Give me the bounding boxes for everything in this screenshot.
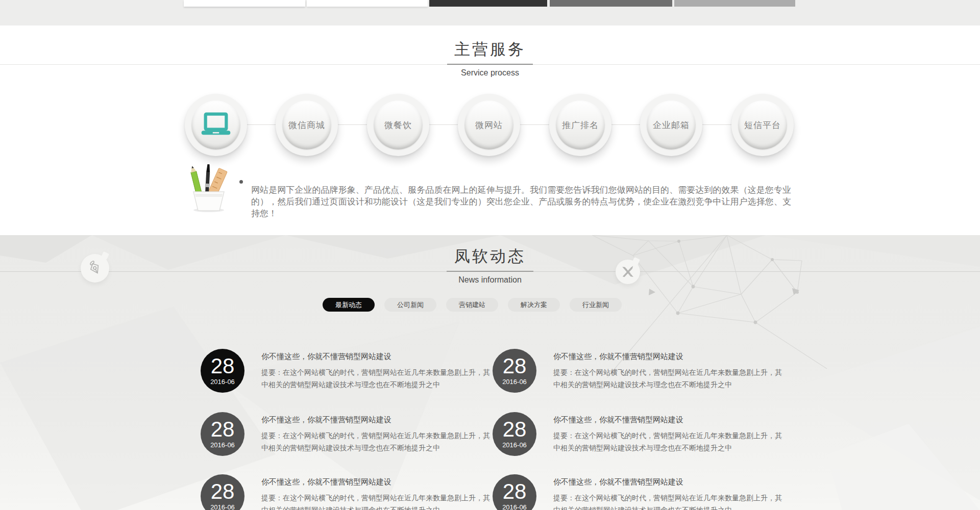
news-item[interactable]: 28 2016-06 你不懂这些，你就不懂营销型网站建设 提要：在这个网站横飞的… xyxy=(201,412,486,468)
news-item[interactable]: 28 2016-06 你不懂这些，你就不懂营销型网站建设 提要：在这个网站横飞的… xyxy=(493,412,778,468)
news-item-summary: 提要：在这个网站横飞的时代，营销型网站在近几年来数量急剧上升，其中相关的营销型网… xyxy=(261,366,492,391)
carousel-strip xyxy=(0,0,980,26)
service-circle-website[interactable] xyxy=(185,94,247,156)
carousel-segment-1[interactable] xyxy=(184,0,305,7)
service-circle-sms-platform[interactable]: 短信平台 xyxy=(731,94,794,156)
news-item-summary: 提要：在这个网站横飞的时代，营销型网站在近几年来数量急剧上升，其中相关的营销型网… xyxy=(261,492,492,510)
tab-industry-news[interactable]: 行业新闻 xyxy=(570,298,622,312)
services-divider-accent xyxy=(447,64,533,65)
news-divider-accent xyxy=(447,271,533,272)
tab-solutions[interactable]: 解决方案 xyxy=(508,298,560,312)
service-circle-enterprise-mail[interactable]: 企业邮箱 xyxy=(640,94,702,156)
page: 主营服务 Service process 微信商城 微餐饮 微网站 推广排名 企… xyxy=(0,0,980,510)
news-item[interactable]: 28 2016-06 你不懂这些，你就不懂营销型网站建设 提要：在这个网站横飞的… xyxy=(201,474,486,510)
services-description: 网站是网下企业的品牌形象、产品优点、服务品质在网上的延伸与提升。我们需要您告诉我… xyxy=(251,184,791,219)
carousel-segment-3[interactable] xyxy=(429,0,547,7)
service-circle-label: 微信商城 xyxy=(288,119,325,131)
service-circle-wechat-mall[interactable]: 微信商城 xyxy=(276,94,338,156)
service-circle-micro-site[interactable]: 微网站 xyxy=(458,94,520,156)
news-item-summary: 提要：在这个网站横飞的时代，营销型网站在近几年来数量急剧上升，其中相关的营销型网… xyxy=(553,366,784,391)
tab-latest-news[interactable]: 最新动态 xyxy=(323,298,375,312)
service-circle-label: 微网站 xyxy=(475,119,503,131)
crossed-pens-icon xyxy=(616,260,640,284)
date-badge: 28 2016-06 xyxy=(201,349,244,393)
news-item-title[interactable]: 你不懂这些，你就不懂营销型网站建设 xyxy=(553,477,784,487)
news-item-summary: 提要：在这个网站横飞的时代，营销型网站在近几年来数量急剧上升，其中相关的营销型网… xyxy=(553,492,784,510)
service-circle-seo-ranking[interactable]: 推广排名 xyxy=(549,94,611,156)
tab-marketing-site[interactable]: 营销建站 xyxy=(446,298,498,312)
service-circle-label: 微餐饮 xyxy=(384,119,412,131)
service-circle-micro-catering[interactable]: 微餐饮 xyxy=(367,94,429,156)
news-tabs: 最新动态 公司新闻 营销建站 解决方案 行业新闻 xyxy=(323,298,622,312)
news-item-title[interactable]: 你不懂这些，你就不懂营销型网站建设 xyxy=(553,352,784,362)
news-subtitle: News information xyxy=(0,275,980,285)
carousel-segment-2[interactable] xyxy=(307,0,428,7)
date-badge: 28 2016-06 xyxy=(493,349,536,393)
service-circle-label: 企业邮箱 xyxy=(653,119,690,131)
stationery-image xyxy=(187,163,231,214)
news-item[interactable]: 28 2016-06 你不懂这些，你就不懂营销型网站建设 提要：在这个网站横飞的… xyxy=(493,474,778,510)
tab-company-news[interactable]: 公司新闻 xyxy=(384,298,436,312)
news-item[interactable]: 28 2016-06 你不懂这些，你就不懂营销型网站建设 提要：在这个网站横飞的… xyxy=(493,349,778,405)
service-circle-label: 短信平台 xyxy=(744,119,781,131)
date-badge: 28 2016-06 xyxy=(201,474,244,510)
news-item-summary: 提要：在这个网站横飞的时代，营销型网站在近几年来数量急剧上升，其中相关的营销型网… xyxy=(553,429,784,454)
news-item-title[interactable]: 你不懂这些，你就不懂营销型网站建设 xyxy=(261,415,492,425)
carousel-segment-4[interactable] xyxy=(550,0,672,7)
news-item-summary: 提要：在这个网站横飞的时代，营销型网站在近几年来数量急剧上升，其中相关的营销型网… xyxy=(261,429,492,454)
date-badge: 28 2016-06 xyxy=(201,412,244,456)
news-title: 凤软动态 xyxy=(0,246,980,267)
news-item-title[interactable]: 你不懂这些，你就不懂营销型网站建设 xyxy=(553,415,784,425)
date-badge: 28 2016-06 xyxy=(493,474,536,510)
pen-nib-icon xyxy=(81,254,109,283)
news-item-title[interactable]: 你不懂这些，你就不懂营销型网站建设 xyxy=(261,477,492,487)
carousel-segment-5[interactable] xyxy=(674,0,795,7)
services-subtitle: Service process xyxy=(0,68,980,78)
date-badge: 28 2016-06 xyxy=(493,412,536,456)
bullet-dot xyxy=(239,180,243,184)
services-title: 主营服务 xyxy=(0,39,980,60)
laptop-icon xyxy=(200,112,232,138)
service-circle-label: 推广排名 xyxy=(562,119,599,131)
news-item[interactable]: 28 2016-06 你不懂这些，你就不懂营销型网站建设 提要：在这个网站横飞的… xyxy=(201,349,486,405)
news-item-title[interactable]: 你不懂这些，你就不懂营销型网站建设 xyxy=(261,352,492,362)
